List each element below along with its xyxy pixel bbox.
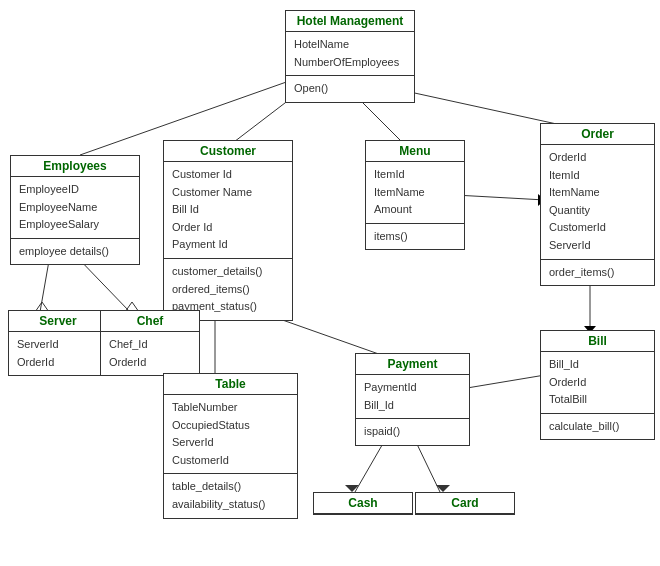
chef-title: Chef bbox=[101, 311, 199, 332]
hotel-management-attrs: HotelName NumberOfEmployees bbox=[286, 32, 414, 76]
hotel-management-methods: Open() bbox=[286, 76, 414, 102]
server-title: Server bbox=[9, 311, 107, 332]
payment-methods: ispaid() bbox=[356, 419, 469, 445]
card-title: Card bbox=[416, 493, 514, 514]
cash-title: Cash bbox=[314, 493, 412, 514]
svg-line-11 bbox=[355, 440, 385, 492]
order-methods: order_items() bbox=[541, 260, 654, 286]
payment-attrs: PaymentId Bill_Id bbox=[356, 375, 469, 419]
menu-methods: items() bbox=[366, 224, 464, 250]
employees-title: Employees bbox=[11, 156, 139, 177]
server-attrs: ServerId OrderId bbox=[9, 332, 107, 375]
order-title: Order bbox=[541, 124, 654, 145]
chef-box: Chef Chef_Id OrderId bbox=[100, 310, 200, 376]
svg-line-8 bbox=[455, 195, 545, 200]
customer-attrs: Customer Id Customer Name Bill Id Order … bbox=[164, 162, 292, 259]
order-attrs: OrderId ItemId ItemName Quantity Custome… bbox=[541, 145, 654, 260]
order-box: Order OrderId ItemId ItemName Quantity C… bbox=[540, 123, 655, 286]
table-box: Table TableNumber OccupiedStatus ServerI… bbox=[163, 373, 298, 519]
customer-box: Customer Customer Id Customer Name Bill … bbox=[163, 140, 293, 321]
table-methods: table_details() availability_status() bbox=[164, 474, 297, 517]
bill-methods: calculate_bill() bbox=[541, 414, 654, 440]
bill-attrs: Bill_Id OrderId TotalBill bbox=[541, 352, 654, 414]
table-title: Table bbox=[164, 374, 297, 395]
cash-box: Cash bbox=[313, 492, 413, 515]
menu-title: Menu bbox=[366, 141, 464, 162]
server-box: Server ServerId OrderId bbox=[8, 310, 108, 376]
employees-box: Employees EmployeeID EmployeeName Employ… bbox=[10, 155, 140, 265]
hotel-management-title: Hotel Management bbox=[286, 11, 414, 32]
payment-title: Payment bbox=[356, 354, 469, 375]
payment-box: Payment PaymentId Bill_Id ispaid() bbox=[355, 353, 470, 446]
employees-attrs: EmployeeID EmployeeName EmployeeSalary bbox=[11, 177, 139, 239]
svg-marker-22 bbox=[436, 485, 450, 492]
table-attrs: TableNumber OccupiedStatus ServerId Cust… bbox=[164, 395, 297, 474]
chef-attrs: Chef_Id OrderId bbox=[101, 332, 199, 375]
svg-line-12 bbox=[415, 440, 440, 492]
hotel-management-box: Hotel Management HotelName NumberOfEmplo… bbox=[285, 10, 415, 103]
menu-box: Menu ItemId ItemName Amount items() bbox=[365, 140, 465, 250]
employees-methods: employee details() bbox=[11, 239, 139, 265]
card-box: Card bbox=[415, 492, 515, 515]
menu-attrs: ItemId ItemName Amount bbox=[366, 162, 464, 224]
bill-box: Bill Bill_Id OrderId TotalBill calculate… bbox=[540, 330, 655, 440]
svg-marker-21 bbox=[345, 485, 359, 492]
customer-title: Customer bbox=[164, 141, 292, 162]
diagram-container: Hotel Management HotelName NumberOfEmplo… bbox=[0, 0, 660, 566]
bill-title: Bill bbox=[541, 331, 654, 352]
